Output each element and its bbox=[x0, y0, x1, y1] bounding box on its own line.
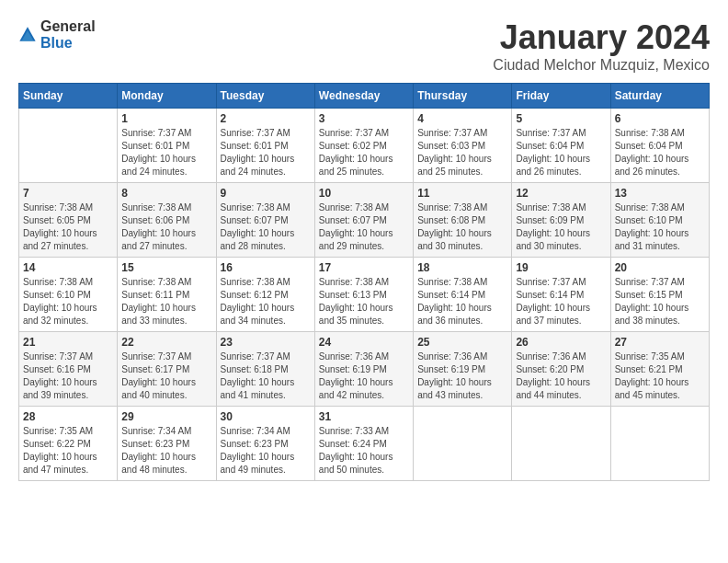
day-info: Sunrise: 7:35 AM Sunset: 6:21 PM Dayligh… bbox=[615, 350, 705, 402]
calendar-cell: 21Sunrise: 7:37 AM Sunset: 6:16 PM Dayli… bbox=[19, 332, 118, 407]
calendar-cell: 15Sunrise: 7:38 AM Sunset: 6:11 PM Dayli… bbox=[118, 258, 216, 332]
day-number: 21 bbox=[23, 336, 113, 349]
calendar-cell: 10Sunrise: 7:38 AM Sunset: 6:07 PM Dayli… bbox=[314, 183, 413, 258]
calendar-cell: 5Sunrise: 7:37 AM Sunset: 6:04 PM Daylig… bbox=[512, 109, 610, 183]
day-number: 9 bbox=[221, 187, 311, 200]
day-info: Sunrise: 7:38 AM Sunset: 6:12 PM Dayligh… bbox=[221, 276, 311, 327]
day-info: Sunrise: 7:38 AM Sunset: 6:04 PM Dayligh… bbox=[615, 127, 705, 178]
calendar-cell bbox=[610, 407, 709, 481]
location-subtitle: Ciudad Melchor Muzquiz, Mexico bbox=[493, 57, 710, 74]
week-row: 14Sunrise: 7:38 AM Sunset: 6:10 PM Dayli… bbox=[19, 258, 710, 332]
day-info: Sunrise: 7:37 AM Sunset: 6:03 PM Dayligh… bbox=[417, 127, 507, 178]
calendar-cell: 17Sunrise: 7:38 AM Sunset: 6:13 PM Dayli… bbox=[314, 258, 413, 332]
calendar-cell: 14Sunrise: 7:38 AM Sunset: 6:10 PM Dayli… bbox=[19, 258, 118, 332]
page-header: General Blue January 2024 Ciudad Melchor… bbox=[18, 18, 710, 74]
calendar-cell: 7Sunrise: 7:38 AM Sunset: 6:05 PM Daylig… bbox=[19, 183, 118, 258]
logo-icon bbox=[18, 26, 37, 44]
calendar-cell: 23Sunrise: 7:37 AM Sunset: 6:18 PM Dayli… bbox=[216, 332, 314, 407]
col-header-sunday: Sunday bbox=[19, 84, 118, 109]
day-number: 20 bbox=[615, 261, 705, 274]
col-header-wednesday: Wednesday bbox=[314, 84, 413, 109]
day-number: 24 bbox=[319, 336, 409, 349]
day-info: Sunrise: 7:38 AM Sunset: 6:10 PM Dayligh… bbox=[615, 201, 705, 253]
day-info: Sunrise: 7:38 AM Sunset: 6:11 PM Dayligh… bbox=[121, 276, 211, 327]
calendar-cell: 13Sunrise: 7:38 AM Sunset: 6:10 PM Dayli… bbox=[610, 183, 709, 258]
calendar-cell: 25Sunrise: 7:36 AM Sunset: 6:19 PM Dayli… bbox=[414, 332, 512, 407]
calendar-cell: 29Sunrise: 7:34 AM Sunset: 6:23 PM Dayli… bbox=[118, 407, 216, 481]
day-number: 29 bbox=[121, 410, 211, 423]
day-number: 5 bbox=[516, 112, 606, 125]
calendar-cell: 12Sunrise: 7:38 AM Sunset: 6:09 PM Dayli… bbox=[512, 183, 610, 258]
calendar-cell: 4Sunrise: 7:37 AM Sunset: 6:03 PM Daylig… bbox=[414, 109, 512, 183]
logo-blue-text: Blue bbox=[40, 35, 96, 52]
calendar-cell: 28Sunrise: 7:35 AM Sunset: 6:22 PM Dayli… bbox=[19, 407, 118, 481]
calendar-cell: 9Sunrise: 7:38 AM Sunset: 6:07 PM Daylig… bbox=[216, 183, 314, 258]
day-info: Sunrise: 7:36 AM Sunset: 6:19 PM Dayligh… bbox=[417, 350, 507, 402]
day-info: Sunrise: 7:33 AM Sunset: 6:24 PM Dayligh… bbox=[319, 425, 409, 477]
day-info: Sunrise: 7:37 AM Sunset: 6:04 PM Dayligh… bbox=[516, 127, 606, 178]
week-row: 28Sunrise: 7:35 AM Sunset: 6:22 PM Dayli… bbox=[19, 407, 710, 481]
week-row: 7Sunrise: 7:38 AM Sunset: 6:05 PM Daylig… bbox=[19, 183, 710, 258]
day-number: 10 bbox=[319, 187, 409, 200]
col-header-friday: Friday bbox=[512, 84, 610, 109]
day-info: Sunrise: 7:38 AM Sunset: 6:08 PM Dayligh… bbox=[417, 201, 507, 253]
day-number: 7 bbox=[23, 187, 113, 200]
day-number: 26 bbox=[516, 336, 606, 349]
day-info: Sunrise: 7:34 AM Sunset: 6:23 PM Dayligh… bbox=[221, 425, 311, 477]
calendar-cell: 24Sunrise: 7:36 AM Sunset: 6:19 PM Dayli… bbox=[314, 332, 413, 407]
day-info: Sunrise: 7:38 AM Sunset: 6:14 PM Dayligh… bbox=[417, 276, 507, 327]
col-header-thursday: Thursday bbox=[414, 84, 512, 109]
day-number: 8 bbox=[121, 187, 211, 200]
calendar-cell bbox=[19, 109, 118, 183]
header-row: SundayMondayTuesdayWednesdayThursdayFrid… bbox=[19, 84, 710, 109]
day-info: Sunrise: 7:38 AM Sunset: 6:07 PM Dayligh… bbox=[319, 201, 409, 253]
day-info: Sunrise: 7:38 AM Sunset: 6:07 PM Dayligh… bbox=[221, 201, 311, 253]
calendar-cell: 2Sunrise: 7:37 AM Sunset: 6:01 PM Daylig… bbox=[216, 109, 314, 183]
day-info: Sunrise: 7:34 AM Sunset: 6:23 PM Dayligh… bbox=[121, 425, 211, 477]
day-info: Sunrise: 7:38 AM Sunset: 6:05 PM Dayligh… bbox=[23, 201, 113, 253]
day-info: Sunrise: 7:36 AM Sunset: 6:19 PM Dayligh… bbox=[319, 350, 409, 402]
day-number: 31 bbox=[319, 410, 409, 423]
calendar-cell: 26Sunrise: 7:36 AM Sunset: 6:20 PM Dayli… bbox=[512, 332, 610, 407]
calendar-cell: 11Sunrise: 7:38 AM Sunset: 6:08 PM Dayli… bbox=[414, 183, 512, 258]
day-number: 6 bbox=[615, 112, 705, 125]
day-info: Sunrise: 7:37 AM Sunset: 6:18 PM Dayligh… bbox=[221, 350, 311, 402]
day-number: 13 bbox=[615, 187, 705, 200]
calendar-cell: 1Sunrise: 7:37 AM Sunset: 6:01 PM Daylig… bbox=[118, 109, 216, 183]
calendar-cell: 27Sunrise: 7:35 AM Sunset: 6:21 PM Dayli… bbox=[610, 332, 709, 407]
calendar-cell bbox=[414, 407, 512, 481]
day-number: 1 bbox=[121, 112, 211, 125]
title-block: January 2024 Ciudad Melchor Muzquiz, Mex… bbox=[493, 18, 710, 74]
calendar-cell: 16Sunrise: 7:38 AM Sunset: 6:12 PM Dayli… bbox=[216, 258, 314, 332]
day-info: Sunrise: 7:38 AM Sunset: 6:13 PM Dayligh… bbox=[319, 276, 409, 327]
calendar-cell: 8Sunrise: 7:38 AM Sunset: 6:06 PM Daylig… bbox=[118, 183, 216, 258]
calendar-cell: 20Sunrise: 7:37 AM Sunset: 6:15 PM Dayli… bbox=[610, 258, 709, 332]
day-number: 12 bbox=[516, 187, 606, 200]
day-number: 23 bbox=[221, 336, 311, 349]
col-header-tuesday: Tuesday bbox=[216, 84, 314, 109]
day-info: Sunrise: 7:38 AM Sunset: 6:06 PM Dayligh… bbox=[121, 201, 211, 253]
calendar-cell bbox=[512, 407, 610, 481]
week-row: 21Sunrise: 7:37 AM Sunset: 6:16 PM Dayli… bbox=[19, 332, 710, 407]
day-number: 17 bbox=[319, 261, 409, 274]
month-title: January 2024 bbox=[493, 18, 710, 57]
day-info: Sunrise: 7:37 AM Sunset: 6:15 PM Dayligh… bbox=[615, 276, 705, 327]
calendar-cell: 18Sunrise: 7:38 AM Sunset: 6:14 PM Dayli… bbox=[414, 258, 512, 332]
calendar-cell: 30Sunrise: 7:34 AM Sunset: 6:23 PM Dayli… bbox=[216, 407, 314, 481]
logo: General Blue bbox=[18, 18, 96, 51]
day-number: 15 bbox=[121, 261, 211, 274]
day-number: 3 bbox=[319, 112, 409, 125]
calendar-cell: 19Sunrise: 7:37 AM Sunset: 6:14 PM Dayli… bbox=[512, 258, 610, 332]
day-info: Sunrise: 7:37 AM Sunset: 6:01 PM Dayligh… bbox=[221, 127, 311, 178]
day-number: 4 bbox=[417, 112, 507, 125]
calendar-cell: 3Sunrise: 7:37 AM Sunset: 6:02 PM Daylig… bbox=[314, 109, 413, 183]
day-info: Sunrise: 7:37 AM Sunset: 6:02 PM Dayligh… bbox=[319, 127, 409, 178]
day-number: 22 bbox=[121, 336, 211, 349]
day-info: Sunrise: 7:37 AM Sunset: 6:14 PM Dayligh… bbox=[516, 276, 606, 327]
day-number: 11 bbox=[417, 187, 507, 200]
col-header-saturday: Saturday bbox=[610, 84, 709, 109]
day-number: 25 bbox=[417, 336, 507, 349]
day-number: 19 bbox=[516, 261, 606, 274]
calendar-cell: 6Sunrise: 7:38 AM Sunset: 6:04 PM Daylig… bbox=[610, 109, 709, 183]
col-header-monday: Monday bbox=[118, 84, 216, 109]
